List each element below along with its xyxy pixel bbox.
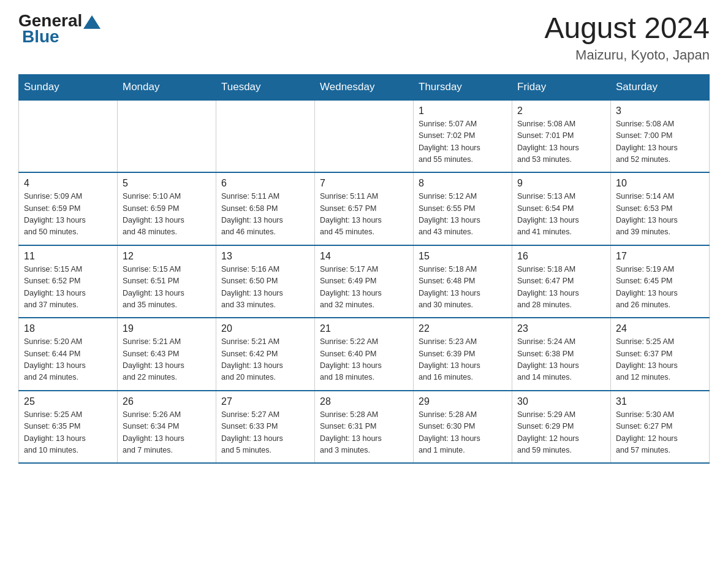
calendar-cell	[216, 100, 315, 173]
day-info: Sunrise: 5:15 AMSunset: 6:51 PMDaylight:…	[123, 264, 211, 312]
day-info: Sunrise: 5:14 AMSunset: 6:53 PMDaylight:…	[616, 191, 704, 239]
calendar-cell: 30Sunrise: 5:29 AMSunset: 6:29 PMDayligh…	[512, 391, 611, 464]
day-number: 18	[24, 323, 112, 334]
day-number: 2	[517, 105, 605, 117]
day-number: 16	[517, 251, 605, 262]
calendar-cell	[315, 100, 414, 173]
calendar-cell: 14Sunrise: 5:17 AMSunset: 6:49 PMDayligh…	[315, 245, 414, 318]
calendar-header-sunday: Sunday	[19, 74, 118, 100]
calendar-cell: 27Sunrise: 5:27 AMSunset: 6:33 PMDayligh…	[216, 391, 315, 464]
logo-triangle-icon	[83, 15, 100, 29]
day-info: Sunrise: 5:28 AMSunset: 6:31 PMDaylight:…	[320, 409, 408, 457]
calendar-header-saturday: Saturday	[611, 74, 710, 100]
day-info: Sunrise: 5:21 AMSunset: 6:42 PMDaylight:…	[221, 336, 309, 384]
day-info: Sunrise: 5:10 AMSunset: 6:59 PMDaylight:…	[123, 191, 211, 239]
day-number: 27	[221, 396, 309, 407]
calendar-cell: 2Sunrise: 5:08 AMSunset: 7:01 PMDaylight…	[512, 100, 611, 173]
day-info: Sunrise: 5:08 AMSunset: 7:01 PMDaylight:…	[517, 118, 605, 166]
day-info: Sunrise: 5:26 AMSunset: 6:34 PMDaylight:…	[123, 409, 211, 457]
calendar-cell: 28Sunrise: 5:28 AMSunset: 6:31 PMDayligh…	[315, 391, 414, 464]
calendar-week-3: 11Sunrise: 5:15 AMSunset: 6:52 PMDayligh…	[19, 245, 710, 318]
calendar-cell: 3Sunrise: 5:08 AMSunset: 7:00 PMDaylight…	[611, 100, 710, 173]
day-number: 5	[123, 178, 211, 189]
calendar-header-wednesday: Wednesday	[315, 74, 414, 100]
day-number: 12	[123, 251, 211, 262]
calendar-week-4: 18Sunrise: 5:20 AMSunset: 6:44 PMDayligh…	[19, 318, 710, 391]
day-info: Sunrise: 5:12 AMSunset: 6:55 PMDaylight:…	[419, 191, 507, 239]
day-number: 19	[123, 323, 211, 334]
day-number: 13	[221, 251, 309, 262]
logo: General Blue	[18, 12, 102, 47]
day-number: 15	[419, 251, 507, 262]
location-subtitle: Maizuru, Kyoto, Japan	[544, 47, 710, 63]
calendar-cell	[118, 100, 216, 173]
day-number: 11	[24, 251, 112, 262]
day-number: 7	[320, 178, 408, 189]
day-number: 23	[517, 323, 605, 334]
day-info: Sunrise: 5:22 AMSunset: 6:40 PMDaylight:…	[320, 336, 408, 384]
day-number: 30	[517, 396, 605, 407]
calendar-cell: 1Sunrise: 5:07 AMSunset: 7:02 PMDaylight…	[414, 100, 512, 173]
day-number: 22	[419, 323, 507, 334]
day-number: 21	[320, 323, 408, 334]
calendar-cell: 26Sunrise: 5:26 AMSunset: 6:34 PMDayligh…	[118, 391, 216, 464]
day-info: Sunrise: 5:25 AMSunset: 6:37 PMDaylight:…	[616, 336, 704, 384]
day-info: Sunrise: 5:11 AMSunset: 6:57 PMDaylight:…	[320, 191, 408, 239]
calendar-cell: 5Sunrise: 5:10 AMSunset: 6:59 PMDaylight…	[118, 172, 216, 245]
day-number: 28	[320, 396, 408, 407]
calendar-cell: 22Sunrise: 5:23 AMSunset: 6:39 PMDayligh…	[414, 318, 512, 391]
page-header: General Blue August 2024 Maizuru, Kyoto,…	[18, 12, 710, 63]
day-info: Sunrise: 5:29 AMSunset: 6:29 PMDaylight:…	[517, 409, 605, 457]
calendar-header-monday: Monday	[118, 74, 216, 100]
calendar-cell: 6Sunrise: 5:11 AMSunset: 6:58 PMDaylight…	[216, 172, 315, 245]
day-info: Sunrise: 5:21 AMSunset: 6:43 PMDaylight:…	[123, 336, 211, 384]
calendar-cell: 29Sunrise: 5:28 AMSunset: 6:30 PMDayligh…	[414, 391, 512, 464]
day-info: Sunrise: 5:19 AMSunset: 6:45 PMDaylight:…	[616, 264, 704, 312]
calendar-cell: 21Sunrise: 5:22 AMSunset: 6:40 PMDayligh…	[315, 318, 414, 391]
day-number: 20	[221, 323, 309, 334]
calendar-cell: 11Sunrise: 5:15 AMSunset: 6:52 PMDayligh…	[19, 245, 118, 318]
calendar-cell: 7Sunrise: 5:11 AMSunset: 6:57 PMDaylight…	[315, 172, 414, 245]
calendar-cell: 10Sunrise: 5:14 AMSunset: 6:53 PMDayligh…	[611, 172, 710, 245]
calendar-cell	[19, 100, 118, 173]
calendar-cell: 18Sunrise: 5:20 AMSunset: 6:44 PMDayligh…	[19, 318, 118, 391]
calendar-cell: 17Sunrise: 5:19 AMSunset: 6:45 PMDayligh…	[611, 245, 710, 318]
day-info: Sunrise: 5:08 AMSunset: 7:00 PMDaylight:…	[616, 118, 704, 166]
calendar-header-row: SundayMondayTuesdayWednesdayThursdayFrid…	[19, 74, 710, 100]
day-info: Sunrise: 5:30 AMSunset: 6:27 PMDaylight:…	[616, 409, 704, 457]
day-info: Sunrise: 5:24 AMSunset: 6:38 PMDaylight:…	[517, 336, 605, 384]
calendar-cell: 4Sunrise: 5:09 AMSunset: 6:59 PMDaylight…	[19, 172, 118, 245]
calendar-cell: 12Sunrise: 5:15 AMSunset: 6:51 PMDayligh…	[118, 245, 216, 318]
calendar-cell: 16Sunrise: 5:18 AMSunset: 6:47 PMDayligh…	[512, 245, 611, 318]
day-info: Sunrise: 5:17 AMSunset: 6:49 PMDaylight:…	[320, 264, 408, 312]
calendar-week-5: 25Sunrise: 5:25 AMSunset: 6:35 PMDayligh…	[19, 391, 710, 464]
day-number: 3	[616, 105, 704, 117]
day-number: 25	[24, 396, 112, 407]
calendar-cell: 23Sunrise: 5:24 AMSunset: 6:38 PMDayligh…	[512, 318, 611, 391]
day-info: Sunrise: 5:18 AMSunset: 6:47 PMDaylight:…	[517, 264, 605, 312]
day-number: 14	[320, 251, 408, 262]
day-number: 9	[517, 178, 605, 189]
day-number: 6	[221, 178, 309, 189]
calendar-cell: 8Sunrise: 5:12 AMSunset: 6:55 PMDaylight…	[414, 172, 512, 245]
calendar-header-thursday: Thursday	[414, 74, 512, 100]
day-info: Sunrise: 5:11 AMSunset: 6:58 PMDaylight:…	[221, 191, 309, 239]
day-info: Sunrise: 5:27 AMSunset: 6:33 PMDaylight:…	[221, 409, 309, 457]
day-number: 29	[419, 396, 507, 407]
day-number: 24	[616, 323, 704, 334]
title-block: August 2024 Maizuru, Kyoto, Japan	[544, 12, 710, 63]
calendar-table: SundayMondayTuesdayWednesdayThursdayFrid…	[18, 74, 710, 464]
calendar-cell: 25Sunrise: 5:25 AMSunset: 6:35 PMDayligh…	[19, 391, 118, 464]
calendar-week-1: 1Sunrise: 5:07 AMSunset: 7:02 PMDaylight…	[19, 100, 710, 173]
day-number: 17	[616, 251, 704, 262]
day-info: Sunrise: 5:16 AMSunset: 6:50 PMDaylight:…	[221, 264, 309, 312]
calendar-cell: 19Sunrise: 5:21 AMSunset: 6:43 PMDayligh…	[118, 318, 216, 391]
day-number: 26	[123, 396, 211, 407]
calendar-cell: 9Sunrise: 5:13 AMSunset: 6:54 PMDaylight…	[512, 172, 611, 245]
day-number: 8	[419, 178, 507, 189]
day-info: Sunrise: 5:28 AMSunset: 6:30 PMDaylight:…	[419, 409, 507, 457]
day-number: 4	[24, 178, 112, 189]
day-info: Sunrise: 5:18 AMSunset: 6:48 PMDaylight:…	[419, 264, 507, 312]
logo-blue-text: Blue	[22, 27, 59, 46]
calendar-header-friday: Friday	[512, 74, 611, 100]
